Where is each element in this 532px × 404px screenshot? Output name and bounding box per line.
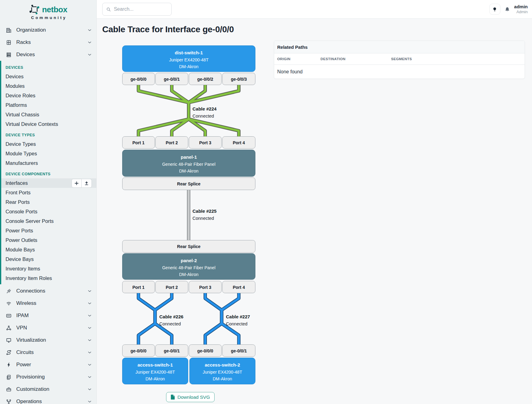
topbar: admin Admin (97, 0, 532, 19)
download-svg-label: Download SVG (177, 394, 210, 400)
svg-text:Connected: Connected (159, 321, 181, 326)
brand-name: netbox (42, 5, 67, 14)
svg-text:Generic 48-Pair Fiber Panel: Generic 48-Pair Fiber Panel (162, 162, 216, 167)
cable-227-label[interactable]: Cable #227 Connected (226, 314, 250, 326)
sidebar-item-power-outlets[interactable]: Power Outlets (1, 235, 96, 245)
sidebar-item-module-bays[interactable]: Module Bays (1, 245, 96, 254)
download-svg-button[interactable]: Download SVG (166, 392, 215, 402)
port-panel1-port1[interactable]: Port 1 (122, 137, 155, 149)
node-panel-2[interactable]: panel-2 Generic 48-Pair Fiber Panel DM-A… (122, 254, 255, 280)
cable-224-label[interactable]: Cable #224 Connected (192, 106, 217, 118)
subitem-label: Power Outlets (6, 237, 37, 243)
sidebar-item-label: VPN (16, 325, 27, 331)
sidebar-item-virtual-device-contexts[interactable]: Virtual Device Contexts (1, 119, 96, 129)
sidebar-item-operations[interactable]: Operations (0, 395, 96, 404)
sidebar-item-devices-list[interactable]: Devices (1, 72, 96, 81)
devices-submenu: DEVICES Devices Modules Device Roles Pla… (0, 61, 96, 284)
theme-toggle-button[interactable] (489, 4, 500, 15)
sidebar-item-customization[interactable]: Customization (0, 383, 96, 395)
node-dist-switch-1[interactable]: dist-switch-1 Juniper EX4200-48T DM-Akro… (122, 46, 255, 72)
sidebar-item-power[interactable]: Power (0, 359, 96, 371)
sidebar-item-inventory-item-roles[interactable]: Inventory Item Roles (1, 274, 96, 283)
sidebar-item-device-types[interactable]: Device Types (1, 139, 96, 149)
topbar-right: admin Admin (489, 4, 528, 15)
svg-text:ge-0/0/0: ge-0/0/0 (197, 348, 213, 353)
port-panel2-rear-splice[interactable]: Rear Splice (122, 240, 255, 253)
sidebar-item-front-ports[interactable]: Front Ports (1, 188, 96, 197)
subitem-label: Platforms (6, 102, 27, 108)
sidebar-item-console-server-ports[interactable]: Console Server Ports (1, 216, 96, 226)
port-panel1-port3[interactable]: Port 3 (189, 137, 222, 149)
sidebar-item-inventory-items[interactable]: Inventory Items (1, 264, 96, 274)
svg-text:Port 2: Port 2 (166, 285, 178, 290)
port-dist-ge-0-0-3[interactable]: ge-0/0/3 (223, 73, 255, 85)
port-panel2-port2[interactable]: Port 2 (156, 281, 188, 293)
add-button[interactable] (72, 179, 82, 188)
port-dist-ge-0-0-0[interactable]: ge-0/0/0 (122, 73, 155, 85)
port-dist-ge-0-0-2[interactable]: ge-0/0/2 (189, 73, 222, 85)
port-panel2-port1[interactable]: Port 1 (122, 281, 155, 293)
svg-text:Juniper EX4200-48T: Juniper EX4200-48T (203, 370, 242, 375)
sidebar-item-modules[interactable]: Modules (1, 81, 96, 91)
chevron-down-icon (88, 376, 91, 378)
svg-text:Cable #226: Cable #226 (159, 314, 183, 319)
chevron-down-icon (88, 302, 91, 305)
port-panel1-port2[interactable]: Port 2 (156, 137, 188, 149)
global-search[interactable] (102, 3, 172, 16)
port-access2-ge-0-0-1[interactable]: ge-0/0/1 (223, 345, 255, 357)
plug-icon (6, 288, 12, 294)
sidebar-item-platforms[interactable]: Platforms (1, 100, 96, 110)
related-paths-card: Related Paths ORIGIN DESTINATION SEGMENT… (274, 41, 525, 79)
svg-text:Juniper EX4200-48T: Juniper EX4200-48T (135, 370, 175, 375)
svg-text:Port 4: Port 4 (233, 285, 245, 290)
sidebar-item-device-bays[interactable]: Device Bays (1, 254, 96, 264)
port-access1-ge-0-0-1[interactable]: ge-0/0/1 (156, 345, 188, 357)
search-input[interactable] (114, 6, 168, 12)
logo[interactable]: netbox Community (0, 0, 96, 24)
sidebar-item-virtualization[interactable]: Virtualization (0, 334, 96, 346)
sidebar-item-connections[interactable]: Connections (0, 285, 96, 297)
related-paths-empty-row: None found (274, 65, 525, 79)
port-panel1-rear-splice[interactable]: Rear Splice (122, 178, 255, 190)
column-segments: SEGMENTS (391, 57, 522, 61)
port-dist-ge-0-0-1[interactable]: ge-0/0/1 (156, 73, 188, 85)
node-access-switch-2[interactable]: access-switch-2 Juniper EX4200-48T DM-Ak… (190, 358, 255, 384)
sidebar-item-virtual-chassis[interactable]: Virtual Chassis (1, 110, 96, 119)
sidebar-item-circuits[interactable]: Circuits (0, 346, 96, 359)
subitem-label: Devices (6, 74, 24, 80)
cable-226-label[interactable]: Cable #226 Connected (159, 314, 183, 326)
bell-icon (504, 6, 510, 12)
port-panel2-port3[interactable]: Port 3 (189, 281, 222, 293)
subitem-label: Interfaces (6, 180, 28, 186)
port-access1-ge-0-0-0[interactable]: ge-0/0/0 (122, 345, 155, 357)
svg-text:DM-Akron: DM-Akron (179, 64, 198, 69)
sidebar-item-organization[interactable]: Organization (0, 24, 96, 36)
sidebar-bottom-nav: Connections Wireless IPAM (0, 285, 96, 404)
user-role: Admin (514, 10, 528, 14)
sidebar-item-label: Connections (16, 288, 45, 294)
sidebar-item-ipam[interactable]: IPAM (0, 309, 96, 322)
node-panel-1[interactable]: panel-1 Generic 48-Pair Fiber Panel DM-A… (122, 150, 255, 177)
notifications-button[interactable] (504, 6, 510, 12)
import-button[interactable] (82, 179, 92, 188)
node-access-switch-1[interactable]: access-switch-1 Juniper EX4200-48T DM-Ak… (122, 358, 188, 384)
port-access2-ge-0-0-0[interactable]: ge-0/0/0 (189, 345, 222, 357)
port-panel1-port4[interactable]: Port 4 (223, 137, 255, 149)
sidebar-item-devices[interactable]: Devices (0, 49, 96, 61)
sidebar-item-racks[interactable]: Racks (0, 36, 96, 49)
sidebar-item-console-ports[interactable]: Console Ports (1, 207, 96, 216)
sidebar-item-rear-ports[interactable]: Rear Ports (1, 197, 96, 207)
svg-text:ge-0/0/3: ge-0/0/3 (231, 77, 247, 82)
sidebar-item-module-types[interactable]: Module Types (1, 149, 96, 158)
sidebar-item-vpn[interactable]: VPN (0, 322, 96, 334)
port-panel2-port4[interactable]: Port 4 (223, 281, 255, 293)
user-menu[interactable]: admin Admin (514, 4, 528, 14)
sidebar-item-wireless[interactable]: Wireless (0, 297, 96, 309)
cable-225-label[interactable]: Cable #225 Connected (192, 208, 216, 221)
sidebar-item-interfaces[interactable]: Interfaces (1, 178, 96, 188)
sidebar-item-provisioning[interactable]: Provisioning (0, 371, 96, 383)
sidebar-item-device-roles[interactable]: Device Roles (1, 91, 96, 100)
sidebar-item-power-ports[interactable]: Power Ports (1, 226, 96, 235)
sidebar-item-manufacturers[interactable]: Manufacturers (1, 158, 96, 168)
svg-text:ge-0/0/0: ge-0/0/0 (130, 77, 146, 82)
